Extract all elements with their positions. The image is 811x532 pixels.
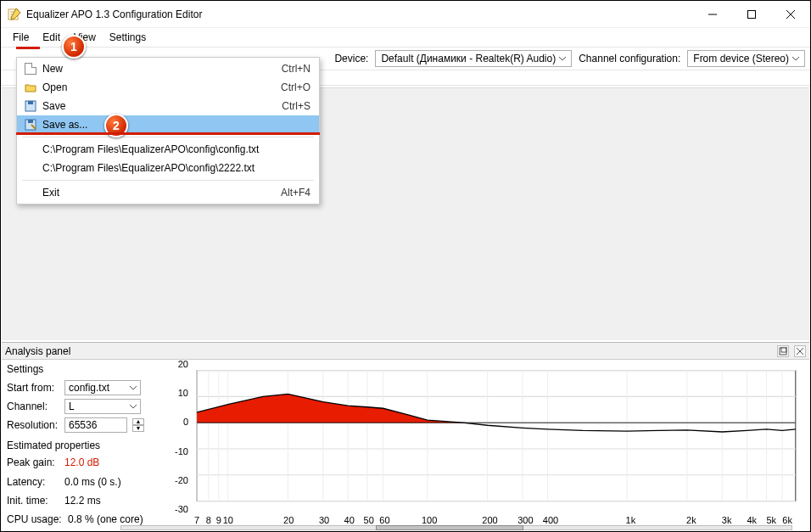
chevron-down-icon	[130, 403, 137, 410]
panel-close-button[interactable]	[794, 345, 806, 357]
x-tick: 9	[216, 515, 221, 525]
y-tick: -30	[165, 504, 188, 514]
file-menu-new[interactable]: New Ctrl+N	[17, 59, 319, 78]
maximize-button[interactable]	[732, 1, 771, 28]
y-tick: 10	[165, 388, 188, 398]
chevron-down-icon	[792, 55, 799, 62]
analysis-settings: Settings Start from: config.txt Channel:…	[2, 360, 163, 530]
device-dropdown[interactable]: Default (Динамики - Realtek(R) Audio)	[375, 50, 572, 67]
new-icon	[22, 63, 39, 75]
y-tick: 0	[165, 417, 188, 427]
x-tick: 40	[344, 515, 355, 525]
analysis-chart[interactable]: 20100-10-20-3078910203040506010020030040…	[163, 360, 809, 530]
analysis-panel: Analysis panel Settings Start from: conf…	[2, 342, 809, 530]
x-tick: 3k	[722, 515, 732, 525]
peak-gain-label: Peak gain:	[7, 456, 59, 468]
resolution-spinner[interactable]: ▲▼	[132, 418, 144, 432]
resolution-label: Resolution:	[7, 419, 59, 431]
x-tick: 50	[364, 515, 374, 525]
peak-gain-value: 12.0 dB	[64, 456, 99, 468]
float-button[interactable]	[777, 345, 789, 357]
channel-config-label: Channel configuration:	[579, 53, 680, 64]
file-menu-recent-1[interactable]: C:\Program Files\EqualizerAPO\config\222…	[17, 159, 319, 177]
cpu-usage-label: CPU usage:	[7, 513, 63, 525]
svg-rect-3	[28, 101, 33, 104]
channel-config-dropdown[interactable]: From device (Stereo)	[687, 50, 805, 67]
x-tick: 400	[543, 515, 558, 525]
y-tick: -10	[165, 446, 188, 456]
x-tick: 4k	[747, 515, 758, 525]
callout-1: 1	[62, 35, 86, 59]
resolution-input[interactable]: 65536	[64, 417, 127, 433]
menubar: File Edit View Settings	[1, 28, 810, 47]
chart-scrollbar[interactable]	[120, 525, 792, 530]
file-menu: New Ctrl+N Open Ctrl+O Save Ctrl+S Save …	[16, 57, 320, 204]
latency-label: Latency:	[7, 476, 59, 488]
estimated-properties-header: Estimated properties	[7, 440, 158, 451]
app-icon	[8, 8, 21, 21]
menu-separator	[22, 180, 314, 181]
menu-file[interactable]: File	[6, 30, 36, 45]
x-tick: 6k	[782, 515, 792, 525]
chevron-down-icon	[559, 55, 566, 62]
open-icon	[22, 81, 39, 93]
svg-rect-8	[197, 371, 796, 501]
analysis-settings-header: Settings	[7, 363, 158, 375]
x-tick: 20	[283, 515, 294, 525]
init-time-label: Init. time:	[7, 495, 59, 507]
callout-marker	[16, 132, 320, 135]
svg-rect-5	[28, 120, 33, 123]
channel-label: Channel:	[7, 400, 59, 412]
channel-config-value: From device (Stereo)	[693, 53, 789, 64]
x-tick: 60	[379, 515, 389, 525]
save-as-icon	[22, 119, 39, 131]
channel-dropdown[interactable]: L	[64, 399, 141, 414]
window-title: Equalizer APO 1.3 Configuration Editor	[26, 8, 202, 20]
x-tick: 300	[517, 515, 533, 525]
x-tick: 10	[223, 515, 233, 525]
cpu-usage-value: 0.8 % (one core)	[68, 513, 143, 525]
x-tick: 200	[482, 515, 497, 525]
x-tick: 8	[206, 515, 211, 525]
init-time-value: 12.2 ms	[64, 495, 101, 507]
menu-separator	[22, 137, 314, 137]
file-menu-save[interactable]: Save Ctrl+S	[17, 97, 319, 115]
file-menu-save-as[interactable]: Save as...	[17, 115, 319, 134]
latency-value: 0.0 ms (0 s.)	[64, 476, 121, 488]
chevron-down-icon	[130, 384, 137, 391]
minimize-button[interactable]	[693, 1, 732, 28]
file-menu-recent-0[interactable]: C:\Program Files\EqualizerAPO\config\con…	[17, 140, 319, 159]
save-icon	[22, 100, 39, 112]
start-from-label: Start from:	[7, 382, 59, 394]
x-tick: 5k	[767, 515, 777, 525]
x-tick: 7	[194, 515, 199, 525]
svg-rect-6	[780, 348, 786, 355]
x-tick: 2k	[686, 515, 696, 525]
analysis-panel-title: Analysis panel	[5, 345, 772, 357]
device-value: Default (Динамики - Realtek(R) Audio)	[381, 53, 556, 64]
window-controls	[693, 1, 810, 28]
start-from-dropdown[interactable]: config.txt	[64, 380, 141, 395]
titlebar: Equalizer APO 1.3 Configuration Editor	[1, 1, 810, 28]
file-menu-open[interactable]: Open Ctrl+O	[17, 78, 319, 97]
callout-marker	[16, 47, 40, 49]
x-tick: 30	[319, 515, 329, 525]
device-label: Device:	[334, 53, 368, 64]
y-tick: -20	[165, 475, 188, 485]
menu-settings[interactable]: Settings	[103, 30, 153, 45]
close-button[interactable]	[771, 1, 810, 28]
file-menu-exit[interactable]: Exit Alt+F4	[17, 183, 319, 202]
svg-rect-1	[748, 10, 756, 18]
x-tick: 1k	[626, 515, 636, 525]
y-tick: 20	[165, 359, 188, 369]
x-tick: 100	[422, 515, 437, 525]
